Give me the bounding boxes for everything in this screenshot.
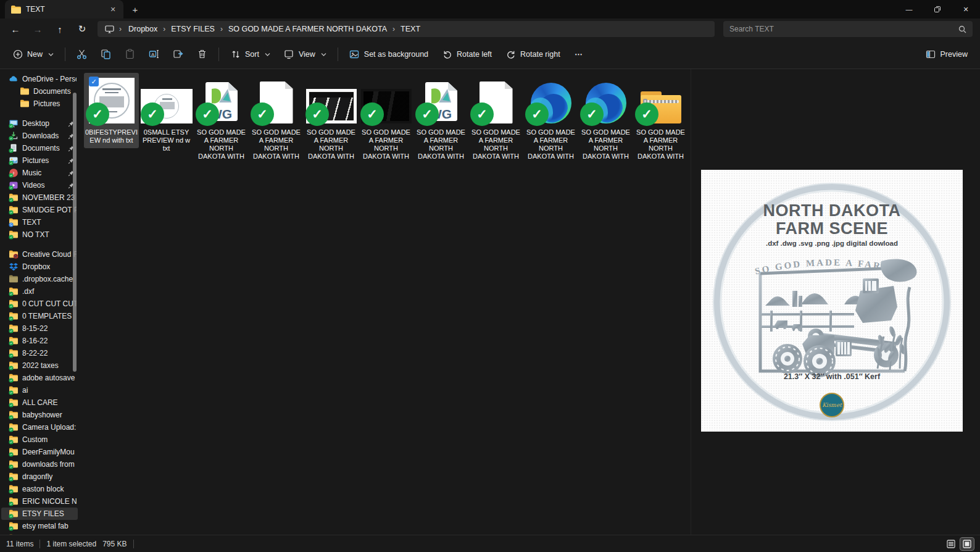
sync-ok-badge: ✓ [525, 102, 549, 126]
sidebar-item-ai[interactable]: ai [1, 384, 78, 396]
sidebar-item-downloads-from[interactable]: downloads from [1, 458, 78, 470]
sidebar-item-videos[interactable]: Videos [1, 179, 78, 191]
sidebar-item-8-22-22[interactable]: 8-22-22 [1, 347, 78, 359]
file-item[interactable]: ✓SO GOD MADE A FARMER NORTH DAKOTA WITH … [249, 73, 304, 165]
sidebar-item-0-cut-cut-cut[interactable]: 0 CUT CUT CUT [1, 298, 78, 310]
breadcrumb-item[interactable]: Dropbox [124, 23, 162, 35]
sidebar-item-desktop[interactable]: Desktop [1, 117, 78, 130]
sidebar-item-adobe-autosave[interactable]: adobe autosave [1, 372, 78, 384]
copy-button[interactable] [94, 44, 117, 65]
set-as-background-button[interactable]: Set as background [343, 44, 434, 65]
search-icon[interactable] [958, 25, 966, 33]
sidebar-item-label: SMUDGE POT PAI [22, 206, 77, 214]
sidebar-item-dropbox[interactable]: Dropbox [1, 261, 78, 273]
minimize-button[interactable]: — [895, 0, 923, 19]
new-button[interactable]: New [6, 44, 60, 65]
address-bar[interactable]: › Dropbox›ETSY FILES›SO GOD MADE A FARME… [98, 21, 715, 37]
sidebar-item-label: 8-22-22 [22, 349, 77, 358]
sidebar-item-pictures[interactable]: Pictures [1, 154, 78, 167]
view-button[interactable]: View [278, 44, 333, 65]
sidebar-item-november-23[interactable]: NOVEMBER 23 [1, 191, 78, 204]
tab-close-icon[interactable]: ✕ [107, 4, 118, 15]
back-button[interactable]: ← [5, 20, 26, 38]
sidebar-item-label: Pictures [22, 156, 64, 165]
sidebar-item-music[interactable]: ♪Music [1, 167, 78, 179]
maximize-button[interactable] [923, 0, 952, 19]
sidebar-item-8-15-22[interactable]: 8-15-22 [1, 322, 78, 335]
sidebar-item-documents[interactable]: Documents [1, 142, 78, 154]
file-item[interactable]: ✓SO GOD MADE A FARMER NORTH DAKOTA WITH … [359, 73, 413, 165]
sidebar-item-onedrive-perso[interactable]: OneDrive - Perso [1, 73, 78, 85]
file-item[interactable]: ✓SO GOD MADE A FARMER NORTH DAKOTA WITH … [633, 73, 688, 165]
breadcrumb-item[interactable]: TEXT [396, 23, 425, 35]
breadcrumb-item[interactable]: ETSY FILES [167, 23, 219, 35]
preview-toggle-button[interactable]: Preview [920, 44, 974, 65]
sidebar-item-label: Downloads [22, 132, 64, 140]
sidebar-item-creative-cloud-fi[interactable]: CcCreative Cloud Fi [1, 248, 78, 261]
sidebar-item-text[interactable]: TEXT [1, 216, 78, 228]
file-item[interactable]: WG✓SO GOD MADE A FARMER NORTH DAKOTA WIT… [194, 73, 249, 165]
rename-button[interactable]: A [143, 44, 165, 65]
refresh-button[interactable]: ↻ [72, 20, 93, 38]
selection-checkbox[interactable]: ✓ [89, 77, 99, 86]
file-icon-edge: ✓ [525, 75, 577, 123]
file-item[interactable]: WG✓SO GOD MADE A FARMER NORTH DAKOTA WIT… [413, 73, 468, 165]
delete-button[interactable] [191, 44, 214, 65]
sidebar-item--dropbox-cache[interactable]: .dropbox.cache [1, 273, 78, 285]
file-item[interactable]: ✓✓0BIFESTYPREVIEW nd with txt [84, 73, 139, 148]
preview-pane-icon [926, 49, 936, 59]
sidebar-item-dragonfly[interactable]: dragonfly [1, 470, 78, 483]
file-icon-edge: ✓ [579, 75, 632, 123]
sidebar-item-pictures[interactable]: Pictures [1, 98, 78, 110]
sidebar-item-easton-block[interactable]: easton block [1, 483, 78, 495]
details-view-toggle[interactable] [944, 538, 958, 550]
file-item[interactable]: ✓SO GOD MADE A FARMER NORTH DAKOTA WITH … [523, 73, 578, 165]
more-options-button[interactable]: ⋯ [568, 44, 591, 65]
sidebar-item-no-txt[interactable]: NO TXT [1, 228, 78, 241]
sidebar-item--dxf[interactable]: .dxf [1, 285, 78, 298]
rotate-left-button[interactable]: Rotate left [436, 44, 498, 65]
sidebar-item-eric-nicole-ni[interactable]: ERIC NICOLE NI [1, 495, 78, 508]
explorer-tab[interactable]: TEXT ✕ [5, 0, 123, 19]
file-item[interactable]: ✓0SMALL ETSY PREVIEW nd w txt [139, 73, 194, 156]
sidebar-item-etsy-metal-fab[interactable]: etsy metal fab [1, 520, 78, 532]
up-button[interactable]: ↑ [49, 20, 70, 38]
sync-ok-badge: ✓ [141, 102, 164, 126]
svg-text:A: A [151, 52, 155, 57]
this-pc-icon[interactable] [102, 25, 117, 33]
folder-sync-icon [9, 521, 19, 531]
sidebar-item-downloads[interactable]: Downloads [1, 130, 78, 142]
sidebar-item-0-templates[interactable]: 0 TEMPLATES [1, 310, 78, 322]
new-tab-button[interactable]: + [127, 2, 143, 17]
sort-button[interactable]: Sort [224, 44, 276, 65]
sidebar-item-smudge-pot-pai[interactable]: SMUDGE POT PAI [1, 204, 78, 216]
folder-sync-icon [9, 299, 19, 309]
thumbnail-view-toggle[interactable] [960, 538, 974, 550]
sidebar-item-folder[interactable] [1, 532, 78, 535]
sidebar-item-etsy-files[interactable]: ETSY FILES [1, 508, 78, 520]
sidebar-item-camera-upload-[interactable]: Camera Upload: [1, 421, 78, 433]
forward-button[interactable]: → [27, 20, 48, 38]
sidebar-item-documents[interactable]: Documents [1, 85, 78, 98]
sync-ok-badge: ✓ [86, 102, 109, 126]
folder-sync-icon [9, 311, 19, 321]
search-box[interactable]: Search TEXT [723, 21, 973, 37]
sidebar-item-2022-taxes[interactable]: 2022 taxes [1, 359, 78, 372]
sidebar-scrollbar[interactable] [73, 93, 77, 372]
sidebar-item-babyshower[interactable]: babyshower [1, 409, 78, 421]
cut-button[interactable] [70, 44, 93, 65]
sidebar-item-8-16-22[interactable]: 8-16-22 [1, 335, 78, 347]
share-button[interactable] [167, 44, 189, 65]
file-item[interactable]: ✓SO GOD MADE A FARMER NORTH DAKOTA WITH … [578, 73, 633, 165]
breadcrumb-item[interactable]: SO GOD MADE A FARMER NORTH DAKOTA [224, 23, 391, 35]
folder-sync-icon [9, 410, 19, 420]
rotate-right-button[interactable]: Rotate right [499, 44, 567, 65]
breadcrumb-chevron: › [118, 25, 123, 33]
file-item[interactable]: ✓SO GOD MADE A FARMER NORTH DAKOTA WITH … [304, 73, 359, 165]
file-item[interactable]: ✓SO GOD MADE A FARMER NORTH DAKOTA WITH … [468, 73, 523, 165]
paste-button[interactable] [118, 44, 141, 65]
sidebar-item-deerfamilymou[interactable]: DeerFamilyMou [1, 446, 78, 458]
sidebar-item-all-care[interactable]: ALL CARE [1, 396, 78, 409]
sidebar-item-custom[interactable]: Custom [1, 433, 78, 446]
close-button[interactable]: ✕ [952, 0, 980, 19]
